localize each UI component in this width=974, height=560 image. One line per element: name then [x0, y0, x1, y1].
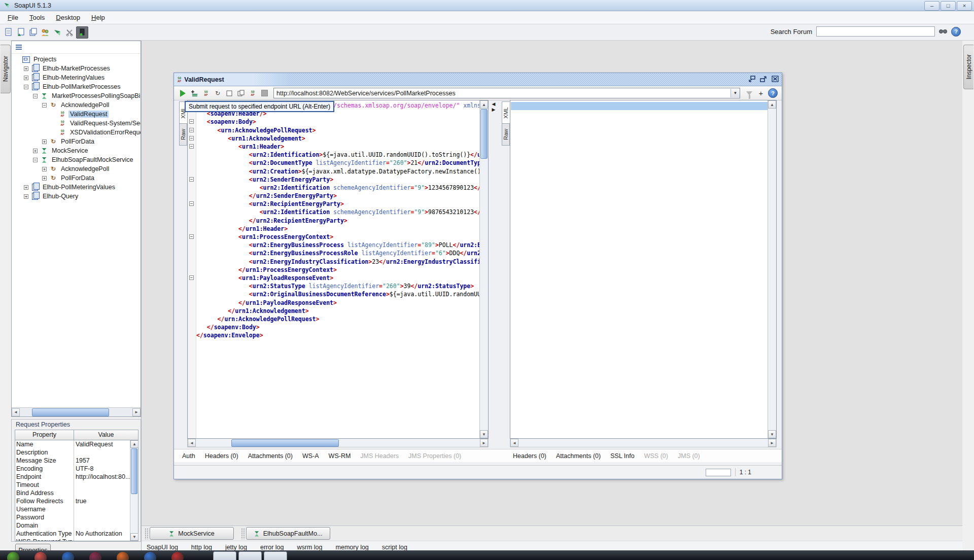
property-row[interactable]: EncodingUTF-8	[15, 465, 130, 473]
request-tab-attachments-0-[interactable]: Attachments (0)	[248, 452, 293, 460]
scroll-right-icon[interactable]: ►	[480, 439, 488, 447]
scroll-up-icon[interactable]: ▲	[480, 100, 488, 109]
expand-icon[interactable]: +	[24, 66, 28, 71]
collapse-icon[interactable]: −	[24, 85, 28, 89]
create-empty-icon[interactable]	[225, 89, 234, 98]
drag-handle[interactable]	[145, 528, 149, 539]
expand-icon[interactable]: +	[42, 167, 47, 171]
expand-icon[interactable]: +	[42, 139, 47, 144]
properties-vscrollbar[interactable]: ▲ ▼	[130, 440, 138, 541]
property-row[interactable]: Authentication TypeNo Authorization	[15, 530, 130, 538]
window-restore-icon[interactable]	[747, 75, 756, 83]
maximize-button[interactable]: □	[941, 1, 956, 11]
minimized-window-button[interactable]: ElhubSoapFaultMo...	[246, 527, 330, 540]
tree-item-acknowledgepoll[interactable]: +↻AcknowledgePoll	[12, 164, 141, 173]
collapse-right-icon[interactable]: ▶	[492, 108, 496, 112]
scroll-down-icon[interactable]: ▼	[768, 430, 776, 438]
log-tab-wsrm-log[interactable]: wsrm log	[297, 544, 323, 551]
scroll-right-icon[interactable]: ►	[132, 408, 141, 416]
property-row[interactable]: Domain	[15, 521, 130, 530]
taskbar-window-button[interactable]	[238, 551, 262, 560]
menu-tools[interactable]: Tools	[24, 12, 50, 23]
request-tab-headers-0-[interactable]: Headers (0)	[205, 452, 238, 460]
fold-collapse-icon[interactable]: −	[189, 177, 194, 182]
property-row[interactable]: Message Size1957	[15, 457, 130, 465]
submit-request-button[interactable]	[178, 89, 187, 98]
request-tab-ws-a[interactable]: WS-A	[302, 452, 319, 460]
scrollbar-thumb[interactable]	[480, 109, 488, 159]
taskbar-icon[interactable]	[89, 552, 101, 560]
taskbar-icon[interactable]	[62, 552, 74, 560]
import-project-icon[interactable]	[15, 27, 26, 38]
expand-icon[interactable]: +	[42, 176, 47, 181]
endpoint-url-combo[interactable]: http://localhost:8082/WebService/service…	[273, 88, 740, 98]
log-tab-soapui-log[interactable]: SoapUI log	[147, 544, 178, 551]
collapse-left-icon[interactable]: ◀	[492, 102, 496, 107]
scroll-left-icon[interactable]: ◄	[12, 408, 20, 416]
response-tab-attachments-0-[interactable]: Attachments (0)	[556, 452, 601, 460]
scroll-left-icon[interactable]: ◄	[510, 439, 518, 447]
minimize-button[interactable]: –	[924, 1, 940, 11]
scroll-left-icon[interactable]: ◄	[188, 439, 196, 447]
navigator-hscrollbar[interactable]: ◄ ►	[12, 407, 141, 416]
tree-item-elhub-marketprocesses[interactable]: +Elhub-MarketProcesses	[12, 64, 141, 73]
proxy-toggle-button[interactable]	[76, 26, 88, 39]
window-maximize-icon[interactable]	[759, 75, 768, 83]
navigator-side-tab[interactable]: Navigator	[1, 45, 11, 93]
fold-collapse-icon[interactable]: −	[189, 128, 194, 132]
log-tab-script-log[interactable]: script log	[382, 544, 407, 551]
collapse-icon[interactable]: −	[33, 94, 38, 98]
close-button[interactable]: ×	[957, 1, 972, 11]
log-tab-jetty-log[interactable]: jetty log	[225, 544, 247, 551]
help-icon[interactable]: ?	[951, 27, 961, 37]
property-row[interactable]: Username	[15, 505, 130, 513]
fold-collapse-icon[interactable]: −	[189, 275, 194, 280]
taskbar-icon[interactable]	[7, 552, 19, 560]
request-hscrollbar[interactable]: ◄ ►	[187, 439, 489, 447]
fold-collapse-icon[interactable]: −	[189, 119, 194, 124]
response-tab-headers-0-[interactable]: Headers (0)	[513, 452, 546, 460]
fold-collapse-icon[interactable]: −	[189, 144, 194, 149]
menu-file[interactable]: File	[2, 12, 24, 23]
property-row[interactable]: Description	[15, 448, 130, 457]
request-tab-auth[interactable]: Auth	[182, 452, 195, 460]
scroll-up-icon[interactable]: ▲	[768, 100, 776, 109]
request-tab-ws-rm[interactable]: WS-RM	[329, 452, 351, 460]
tree-item-elhub-query[interactable]: +Elhub-Query	[12, 192, 141, 201]
tree-item-acknowledgepoll[interactable]: −↻AcknowledgePoll	[12, 100, 141, 110]
expand-icon[interactable]: +	[24, 185, 28, 190]
create-soap-icon[interactable]: SOAP	[248, 89, 257, 98]
create-request-icon[interactable]: SOAP	[201, 89, 211, 98]
endpoint-dropdown-icon[interactable]: ▼	[730, 89, 740, 97]
fold-collapse-icon[interactable]: −	[189, 234, 194, 239]
tree-item-validrequest[interactable]: SOAPValidRequest	[12, 110, 141, 119]
inspector-side-tab[interactable]: Inspector	[963, 45, 973, 89]
tab-xml[interactable]: XML	[502, 101, 510, 124]
collapse-icon[interactable]: −	[42, 103, 47, 108]
scroll-down-icon[interactable]: ▼	[480, 430, 488, 438]
taskbar-window-button[interactable]	[264, 551, 287, 560]
expand-icon[interactable]: +	[24, 76, 28, 80]
minimized-window-button[interactable]: MockService	[150, 527, 234, 540]
tab-raw[interactable]: Raw	[502, 123, 510, 146]
property-row[interactable]: WSS-Password Type	[15, 538, 130, 541]
tree-options-icon[interactable]	[16, 44, 22, 51]
request-vscrollbar[interactable]: ▲ ▼	[479, 100, 488, 438]
endpoint-url-value[interactable]: http://localhost:8082/WebService/service…	[274, 90, 730, 97]
log-tab-memory-log[interactable]: memory log	[336, 544, 369, 551]
property-row[interactable]: Timeout	[15, 481, 130, 489]
tree-item-marketprocessespollingsoapbinding[interactable]: −MarketProcessesPollingSoapBinding	[12, 91, 141, 100]
preferences-icon[interactable]	[64, 27, 75, 38]
add-to-testcase-icon[interactable]	[190, 89, 199, 98]
tree-item-mockservice[interactable]: +MockService	[12, 146, 141, 155]
drag-handle[interactable]	[241, 528, 245, 539]
taskbar-icon[interactable]	[144, 552, 156, 560]
taskbar-icon[interactable]	[117, 552, 129, 560]
clone-request-icon[interactable]	[236, 89, 246, 98]
scrollbar-thumb[interactable]	[32, 408, 109, 416]
property-row[interactable]: Follow Redirectstrue	[15, 497, 130, 505]
tree-item-xsdvalidationerrorrequest[interactable]: SOAPXSDValidationErrorRequest	[12, 128, 141, 137]
scrollbar-thumb[interactable]	[231, 439, 339, 447]
response-hscrollbar[interactable]: ◄ ►	[510, 439, 777, 447]
save-all-icon[interactable]	[27, 27, 39, 38]
